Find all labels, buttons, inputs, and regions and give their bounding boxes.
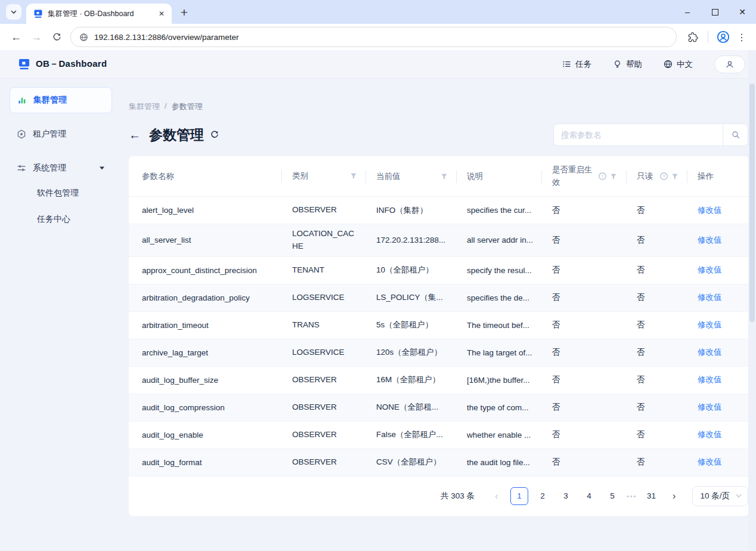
cell-param-name: audit_log_format [129, 454, 281, 470]
cell-description: [16M,)the buffer... [456, 372, 541, 388]
profile-button[interactable] [713, 27, 733, 47]
filter-funnel-icon [441, 173, 448, 180]
cell-param-name: audit_log_compression [129, 400, 281, 416]
modify-value-link[interactable]: 修改值 [698, 347, 722, 358]
breadcrumb-root[interactable]: 集群管理 [129, 101, 160, 112]
sidebar-item-system[interactable]: 系统管理 [10, 155, 112, 181]
col-header-value: 当前值 [365, 166, 456, 187]
filter-funnel-icon[interactable] [671, 173, 678, 180]
refresh-icon [210, 130, 219, 140]
help-label: 帮助 [626, 59, 642, 70]
extensions-button[interactable] [683, 27, 703, 47]
page-number-2[interactable]: 2 [534, 487, 551, 505]
browser-menu-button[interactable]: ⋮ [733, 32, 750, 43]
category-filter[interactable] [350, 172, 357, 179]
tasks-menu-item[interactable]: 任务 [562, 59, 591, 70]
extensions-puzzle-icon [688, 32, 698, 42]
search-input[interactable] [554, 124, 723, 146]
filter-funnel-icon[interactable] [610, 173, 617, 180]
cell-current-value: 172.20.2.131:288... [365, 232, 456, 248]
sidebar-item-cluster[interactable]: 集群管理 [10, 87, 112, 113]
col-header-action: 操作 [687, 166, 748, 187]
cell-current-value: False（全部租户... [365, 426, 456, 444]
cell-description: the audit log file... [456, 454, 541, 470]
toolbar-separator [708, 31, 708, 43]
ob-dashboard-favicon [33, 9, 43, 18]
browser-tab[interactable]: 集群管理 · OB-Dashboard ✕ [26, 4, 172, 24]
back-arrow-button[interactable]: ← [129, 128, 141, 142]
maximize-icon [712, 9, 718, 16]
maximize-button[interactable] [701, 0, 729, 24]
page-number-3[interactable]: 3 [557, 487, 575, 505]
page-scrollbar[interactable] [748, 50, 756, 551]
app-body: 集群管理 租户管理 系统管理 软件包管理 任务中心 [0, 79, 756, 551]
language-menu-item[interactable]: 中文 [664, 59, 693, 70]
language-label: 中文 [677, 59, 693, 70]
sidebar-item-packages[interactable]: 软件包管理 [10, 181, 112, 205]
breadcrumb-separator: / [165, 101, 167, 112]
page-number-1[interactable]: 1 [510, 487, 528, 505]
modify-value-link[interactable]: 修改值 [698, 235, 722, 246]
sidebar-system-label: 系统管理 [33, 163, 66, 174]
refresh-button[interactable] [210, 130, 219, 140]
sidebar: 集群管理 租户管理 系统管理 软件包管理 任务中心 [0, 79, 119, 551]
new-tab-button[interactable]: + [176, 5, 192, 20]
filter-funnel-icon [350, 172, 357, 179]
cell-description: whether enable ... [456, 427, 541, 443]
page-number-5[interactable]: 5 [603, 487, 621, 505]
reload-button[interactable] [47, 27, 67, 47]
modify-value-link[interactable]: 修改值 [698, 374, 722, 385]
cell-restart-effective: 否 [541, 316, 626, 334]
minimize-button[interactable]: – [674, 0, 701, 24]
search-button[interactable] [723, 124, 748, 146]
page-number-4[interactable]: 4 [580, 487, 598, 505]
cell-readonly: 否 [626, 261, 687, 279]
user-avatar[interactable] [714, 55, 745, 73]
prev-page-button[interactable]: ‹ [488, 488, 505, 504]
ob-dashboard-logo-icon [18, 58, 30, 70]
modify-value-link[interactable]: 修改值 [698, 429, 722, 440]
cell-category: LOGSERVICE [281, 343, 365, 363]
tab-search-button[interactable] [6, 4, 21, 20]
url-bar[interactable]: 192.168.2.131:2886/overview/parameter [70, 27, 677, 47]
cell-category: OBSERVER [281, 453, 365, 472]
cell-current-value: CSV（全部租户） [365, 453, 456, 471]
browser-toolbar: ← → 192.168.2.131:2886/overview/paramete… [0, 24, 756, 50]
table-row: archive_lag_target LOGSERVICE 120s（全部租户）… [129, 339, 748, 367]
modify-value-link[interactable]: 修改值 [698, 402, 722, 413]
cell-param-name: all_server_list [129, 232, 281, 248]
close-button[interactable]: ✕ [729, 0, 756, 24]
header-menu: 任务 帮助 中文 [562, 55, 745, 73]
cell-param-name: approx_count_distinct_precision [129, 262, 281, 278]
cell-description: specifies the de... [456, 290, 541, 306]
forward-button[interactable]: → [26, 27, 47, 47]
help-circle-icon[interactable]: ? [660, 172, 668, 180]
modify-value-link[interactable]: 修改值 [698, 292, 722, 303]
sidebar-item-task-center[interactable]: 任务中心 [10, 208, 112, 231]
tab-close-icon[interactable]: ✕ [156, 8, 167, 19]
table-row: audit_log_enable OBSERVER False（全部租户... … [129, 422, 748, 449]
next-page-button[interactable]: › [665, 488, 682, 504]
cell-restart-effective: 否 [541, 261, 626, 279]
page-title: 参数管理 [149, 126, 204, 144]
col-header-category: 类别 [281, 165, 365, 187]
back-button[interactable]: ← [6, 27, 26, 47]
modify-value-link[interactable]: 修改值 [698, 320, 722, 330]
modify-value-link[interactable]: 修改值 [698, 205, 722, 216]
help-circle-icon[interactable]: ? [599, 172, 606, 180]
svg-text:?: ? [601, 174, 603, 179]
page-jump-ellipsis[interactable]: ••• [627, 493, 637, 500]
modify-value-link[interactable]: 修改值 [698, 265, 722, 276]
page-size-select[interactable]: 10 条/页 [692, 486, 748, 506]
browser-chrome: 集群管理 · OB-Dashboard ✕ + – ✕ ← → 192.168.… [0, 0, 756, 50]
modify-value-link[interactable]: 修改值 [698, 457, 722, 468]
col-header-desc: 说明 [456, 166, 541, 187]
page-number-31[interactable]: 31 [642, 487, 660, 505]
sidebar-cluster-label: 集群管理 [33, 95, 67, 106]
sidebar-item-tenant[interactable]: 租户管理 [10, 121, 112, 147]
col-header-name: 参数名称 [129, 166, 281, 187]
help-menu-item[interactable]: 帮助 [613, 59, 642, 70]
scrollbar-thumb[interactable] [749, 83, 755, 322]
cell-current-value: INFO（集群） [365, 202, 456, 219]
value-filter[interactable] [441, 173, 448, 180]
